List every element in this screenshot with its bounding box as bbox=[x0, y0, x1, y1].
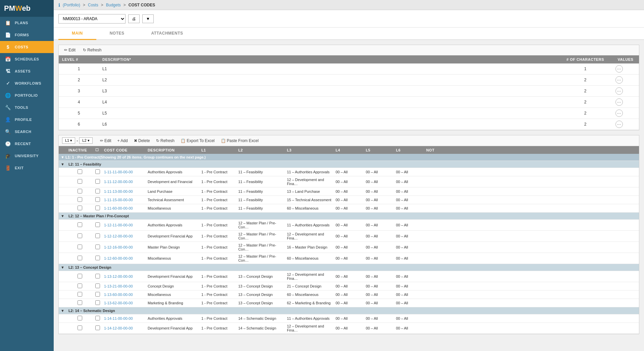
cost-code-link[interactable]: 1-13-62-00-00-00 bbox=[104, 301, 133, 305]
cost-code-link[interactable]: 1-13-21-00-00-00 bbox=[104, 284, 133, 288]
tab-main[interactable]: MAIN bbox=[58, 28, 96, 40]
row-checkbox[interactable] bbox=[95, 283, 100, 288]
row-checkbox[interactable] bbox=[95, 274, 100, 278]
sidebar-item-university[interactable]: 🎓 UNIVERSITY bbox=[0, 150, 54, 162]
sg-arrow[interactable]: ▼ bbox=[59, 161, 66, 168]
tab-notes[interactable]: NOTES bbox=[96, 28, 138, 40]
inactive-checkbox[interactable] bbox=[78, 256, 82, 260]
l2-button[interactable]: L2 ▾ bbox=[79, 137, 92, 144]
values-button[interactable]: ··· bbox=[615, 76, 623, 84]
values-button[interactable]: ··· bbox=[615, 65, 623, 73]
cost-code-link[interactable]: 1-11-60-00-00-00 bbox=[104, 206, 133, 210]
row-checkbox[interactable] bbox=[95, 179, 100, 184]
breadcrumb-costs[interactable]: Costs bbox=[88, 3, 98, 7]
row-checkbox[interactable] bbox=[95, 189, 100, 193]
sidebar-item-search[interactable]: 🔍 SEARCH bbox=[0, 126, 54, 138]
cc-paste-button[interactable]: 📋 Paste From Excel bbox=[219, 138, 261, 144]
inactive-checkbox[interactable] bbox=[78, 300, 82, 305]
edit-button[interactable]: ✏ Edit bbox=[62, 47, 78, 53]
print-dropdown-button[interactable]: ▼ bbox=[142, 14, 154, 23]
cc-add-button[interactable]: + Add bbox=[115, 138, 130, 144]
refresh-button[interactable]: ↻ Refresh bbox=[81, 47, 103, 53]
breadcrumb-portfolio[interactable]: (Portfolio) bbox=[63, 3, 80, 7]
inactive-checkbox[interactable] bbox=[78, 292, 82, 297]
cost-codes-container: L1 ▾ - L2 ▾ ✏ Edit + Add ✖ Delete ↻ Refr… bbox=[58, 135, 639, 334]
cost-code-link[interactable]: 1-12-60-00-00-00 bbox=[104, 256, 133, 260]
row-not bbox=[424, 253, 639, 264]
project-selector[interactable]: NM00013 - ARADA bbox=[58, 14, 126, 24]
row-checkbox[interactable] bbox=[95, 300, 100, 305]
sidebar-item-forms[interactable]: 📄 FORMS bbox=[0, 29, 54, 41]
inactive-checkbox[interactable] bbox=[78, 274, 82, 278]
sg-arrow[interactable]: ▼ bbox=[59, 213, 66, 220]
row-checkbox[interactable] bbox=[95, 245, 100, 249]
cost-code-link[interactable]: 1-11-12-00-00-00 bbox=[104, 180, 133, 184]
level-values: ··· bbox=[612, 108, 639, 119]
cc-refresh-button[interactable]: ↻ Refresh bbox=[154, 138, 177, 144]
row-checkbox[interactable] bbox=[95, 292, 100, 297]
inactive-checkbox[interactable] bbox=[78, 197, 82, 202]
sidebar-item-portfolio[interactable]: 🌐 PORTFOLIO bbox=[0, 89, 54, 101]
inactive-checkbox[interactable] bbox=[78, 206, 82, 210]
collapse-icon[interactable]: ▼ bbox=[61, 155, 64, 159]
info-icon[interactable]: ℹ bbox=[58, 2, 60, 8]
row-l5: 00 – All bbox=[364, 231, 394, 242]
cost-code-link[interactable]: 1-12-11-00-00-00 bbox=[104, 223, 133, 227]
tab-attachments[interactable]: ATTACHMENTS bbox=[138, 28, 197, 40]
inactive-checkbox[interactable] bbox=[78, 245, 82, 249]
cost-code-link[interactable]: 1-13-12-00-00-00 bbox=[104, 274, 133, 278]
table-row: 2 L2 2 ··· bbox=[59, 75, 639, 86]
sidebar-item-exit[interactable]: 🚪 EXIT bbox=[0, 162, 54, 174]
cost-code-link[interactable]: 1-14-11-00-00-00 bbox=[104, 316, 133, 320]
row-checkbox[interactable] bbox=[95, 316, 100, 320]
cost-code-link[interactable]: 1-11-15-00-00-00 bbox=[104, 198, 133, 202]
cost-code-link[interactable]: 1-11-13-00-00-00 bbox=[104, 189, 133, 193]
row-checkbox[interactable] bbox=[95, 222, 100, 227]
cc-export-button[interactable]: 📋 Export To Excel bbox=[179, 138, 216, 144]
breadcrumb-budgets[interactable]: Budgets bbox=[106, 3, 121, 7]
sidebar-item-plans[interactable]: 📋 PLANS bbox=[0, 17, 54, 29]
row-checkbox[interactable] bbox=[95, 233, 100, 238]
row-description: Marketing & Branding bbox=[146, 299, 199, 307]
level-desc: L2 bbox=[99, 75, 558, 86]
sidebar-item-schedules[interactable]: 📅 SCHEDULES bbox=[0, 53, 54, 65]
cost-code-link[interactable]: 1-11-11-00-00-00 bbox=[104, 170, 133, 174]
cc-delete-button[interactable]: ✖ Delete bbox=[132, 138, 152, 144]
row-checkbox[interactable] bbox=[95, 256, 100, 260]
sidebar-item-profile[interactable]: 👤 PROFILE bbox=[0, 114, 54, 126]
sidebar-item-recent[interactable]: 🕐 RECENT bbox=[0, 138, 54, 150]
inactive-checkbox[interactable] bbox=[78, 316, 82, 320]
inactive-checkbox[interactable] bbox=[78, 283, 82, 288]
values-button[interactable]: ··· bbox=[615, 98, 623, 106]
cost-code-link[interactable]: 1-12-12-00-00-00 bbox=[104, 234, 133, 238]
inactive-checkbox[interactable] bbox=[78, 179, 82, 184]
row-cb bbox=[93, 231, 102, 242]
sg-arrow[interactable]: ▼ bbox=[59, 307, 66, 314]
sub-group-label: L2: 14 – Schematic Design bbox=[66, 307, 639, 314]
sidebar-item-workflows[interactable]: ✓ WORKFLOWS bbox=[0, 77, 54, 89]
inactive-checkbox[interactable] bbox=[78, 233, 82, 238]
row-checkbox[interactable] bbox=[95, 169, 100, 174]
cost-code-link[interactable]: 1-14-12-00-00-00 bbox=[104, 326, 133, 330]
inactive-checkbox[interactable] bbox=[78, 222, 82, 227]
row-l5: 00 – All bbox=[364, 187, 394, 196]
sidebar-item-assets[interactable]: 🏗 ASSETS bbox=[0, 65, 54, 77]
cost-code-link[interactable]: 1-12-16-00-00-00 bbox=[104, 245, 133, 249]
sidebar-item-tools[interactable]: 🔧 TOOLS bbox=[0, 101, 54, 114]
row-checkbox[interactable] bbox=[95, 197, 100, 202]
cc-edit-button[interactable]: ✏ Edit bbox=[98, 138, 113, 144]
l1-button[interactable]: L1 ▾ bbox=[62, 137, 75, 144]
row-checkbox[interactable] bbox=[95, 206, 100, 210]
sg-arrow[interactable]: ▼ bbox=[59, 264, 66, 271]
inactive-checkbox[interactable] bbox=[78, 169, 82, 174]
inactive-checkbox[interactable] bbox=[78, 189, 82, 193]
values-button[interactable]: ··· bbox=[615, 87, 623, 95]
values-button[interactable]: ··· bbox=[615, 121, 623, 128]
row-checkbox[interactable] bbox=[95, 325, 100, 330]
cost-code-link[interactable]: 1-13-60-00-00-00 bbox=[104, 293, 133, 297]
print-button[interactable]: 🖨 bbox=[128, 14, 140, 23]
inactive-checkbox[interactable] bbox=[78, 325, 82, 330]
values-button[interactable]: ··· bbox=[615, 109, 623, 117]
sidebar-item-costs[interactable]: $ COSTS bbox=[0, 41, 54, 53]
row-cb bbox=[93, 220, 102, 231]
